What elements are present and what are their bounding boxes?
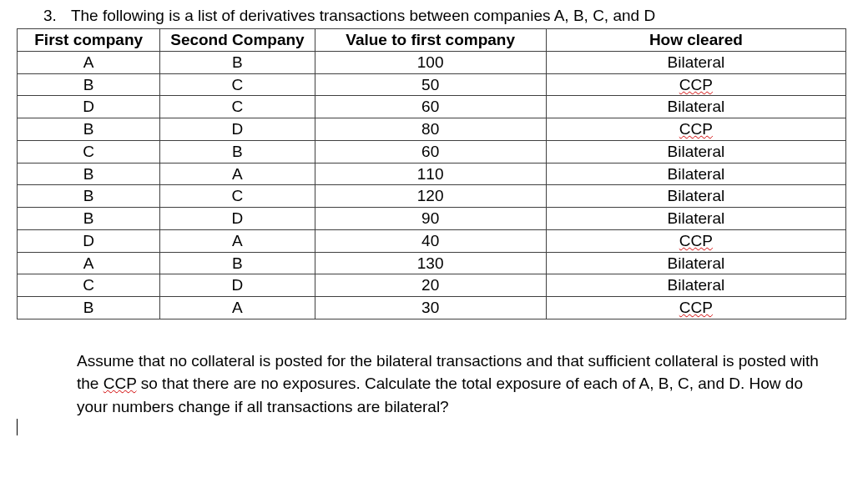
cell-first-company: A xyxy=(18,252,160,274)
question-text: The following is a list of derivatives t… xyxy=(71,7,655,24)
table-header-row: First company Second Company Value to fi… xyxy=(18,29,846,52)
cell-value: 100 xyxy=(315,51,546,73)
cell-first-company: C xyxy=(18,274,160,297)
cell-how-cleared: Bilateral xyxy=(546,252,845,274)
cell-first-company: B xyxy=(18,185,160,208)
cell-first-company: A xyxy=(18,51,160,73)
cell-value: 60 xyxy=(315,140,546,163)
question-prompt: 3. The following is a list of derivative… xyxy=(43,7,851,25)
cell-second-company: A xyxy=(160,163,315,185)
table-row: AB130Bilateral xyxy=(18,252,846,274)
cell-how-cleared: Bilateral xyxy=(546,274,845,297)
cell-second-company: A xyxy=(160,229,315,252)
cell-second-company: B xyxy=(160,252,315,274)
cell-how-cleared: Bilateral xyxy=(546,185,845,208)
cell-how-cleared: Bilateral xyxy=(546,51,845,73)
header-value: Value to first company xyxy=(315,29,546,52)
cell-value: 60 xyxy=(315,96,546,118)
table-row: CD20Bilateral xyxy=(18,274,846,297)
transactions-table: First company Second Company Value to fi… xyxy=(17,28,846,319)
followup-text: Assume that no collateral is posted for … xyxy=(77,350,831,419)
table-row: BA110Bilateral xyxy=(18,163,846,185)
cell-value: 30 xyxy=(315,297,546,319)
cell-value: 130 xyxy=(315,252,546,274)
cell-first-company: B xyxy=(18,163,160,185)
followup-part2: so that there are no exposures. Calculat… xyxy=(77,375,803,415)
cell-second-company: C xyxy=(160,73,315,96)
cell-second-company: C xyxy=(160,96,315,118)
cell-value: 20 xyxy=(315,274,546,297)
cell-how-cleared: CCP xyxy=(546,229,845,252)
cell-how-cleared: CCP xyxy=(546,297,845,319)
cell-first-company: B xyxy=(18,208,160,230)
header-first-company: First company xyxy=(18,29,160,52)
cell-how-cleared: CCP xyxy=(546,73,845,96)
cell-value: 90 xyxy=(315,208,546,230)
cell-value: 40 xyxy=(315,229,546,252)
cell-value: 120 xyxy=(315,185,546,208)
table-row: BD80CCP xyxy=(18,118,846,141)
cell-first-company: D xyxy=(18,96,160,118)
cell-second-company: C xyxy=(160,185,315,208)
cell-second-company: D xyxy=(160,118,315,141)
table-row: BD90Bilateral xyxy=(18,208,846,230)
cell-first-company: C xyxy=(18,140,160,163)
cell-how-cleared: Bilateral xyxy=(546,163,845,185)
cell-first-company: B xyxy=(18,73,160,96)
cell-first-company: B xyxy=(18,297,160,319)
table-row: BC120Bilateral xyxy=(18,185,846,208)
header-how-cleared: How cleared xyxy=(546,29,845,52)
table-row: CB60Bilateral xyxy=(18,140,846,163)
table-row: DA40CCP xyxy=(18,229,846,252)
cell-first-company: D xyxy=(18,229,160,252)
cell-how-cleared: Bilateral xyxy=(546,140,845,163)
cell-how-cleared: Bilateral xyxy=(546,96,845,118)
cell-second-company: A xyxy=(160,297,315,319)
cell-second-company: B xyxy=(160,51,315,73)
cell-how-cleared: Bilateral xyxy=(546,208,845,230)
header-second-company: Second Company xyxy=(160,29,315,52)
table-row: DC60Bilateral xyxy=(18,96,846,118)
table-row: AB100Bilateral xyxy=(18,51,846,73)
cell-value: 80 xyxy=(315,118,546,141)
text-cursor xyxy=(17,419,18,435)
table-row: BA30CCP xyxy=(18,297,846,319)
cell-how-cleared: CCP xyxy=(546,118,845,141)
cell-second-company: D xyxy=(160,274,315,297)
cell-first-company: B xyxy=(18,118,160,141)
table-row: BC50CCP xyxy=(18,73,846,96)
followup-ccp: CCP xyxy=(103,375,137,392)
cell-second-company: D xyxy=(160,208,315,230)
question-number: 3. xyxy=(43,7,67,25)
cell-value: 110 xyxy=(315,163,546,185)
cell-value: 50 xyxy=(315,73,546,96)
cell-second-company: B xyxy=(160,140,315,163)
